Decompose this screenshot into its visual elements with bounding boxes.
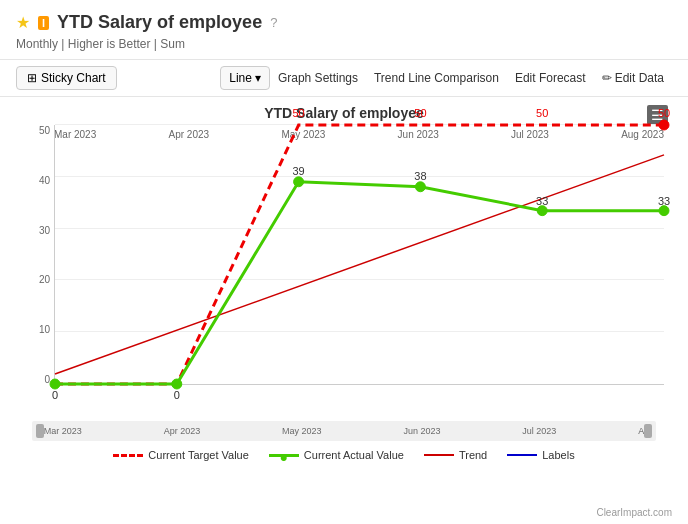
chart-container: YTD Salary of employee ☰ 0 10 20 30 40 5… [0, 97, 688, 465]
mini-label-3: Jun 2023 [403, 426, 440, 436]
y-label-0: 0 [24, 374, 54, 385]
label-actual-5: 33 [658, 195, 670, 207]
legend-label-trend: Trend [459, 449, 487, 461]
legend-label-labels: Labels [542, 449, 574, 461]
line-type-button[interactable]: Line ▾ [220, 66, 270, 90]
label-actual-0: 0 [52, 389, 58, 401]
y-axis: 0 10 20 30 40 50 [24, 125, 54, 385]
legend-item-labels: Labels [507, 449, 574, 461]
graph-settings-button[interactable]: Graph Settings [270, 67, 366, 89]
actual-point-4 [537, 206, 547, 216]
legend-icon-labels [507, 454, 537, 456]
mini-timeline[interactable]: Mar 2023 Apr 2023 May 2023 Jun 2023 Jul … [32, 421, 656, 441]
mini-label-2: May 2023 [282, 426, 322, 436]
mini-label-0: Mar 2023 [44, 426, 82, 436]
label-actual-2: 39 [292, 165, 304, 177]
sticky-chart-button[interactable]: ⊞ Sticky Chart [16, 66, 117, 90]
legend-item-actual: ● Current Actual Value [269, 449, 404, 461]
legend-item-trend: Trend [424, 449, 487, 461]
actual-point-3 [415, 182, 425, 192]
actual-point-0 [50, 379, 60, 389]
label-actual-4: 33 [536, 195, 548, 207]
label-target-5: 50 [658, 107, 670, 119]
plot-area: 0 0 39 38 33 33 50 50 50 50 [54, 125, 664, 385]
legend-icon-target [113, 454, 143, 457]
actual-point-1 [172, 379, 182, 389]
target-point-5 [659, 120, 669, 130]
actual-point-2 [294, 177, 304, 187]
legend-icon-trend [424, 454, 454, 456]
help-icon[interactable]: ? [270, 15, 277, 30]
timeline-handle-left[interactable] [36, 424, 44, 438]
legend-label-actual: Current Actual Value [304, 449, 404, 461]
mini-labels: Mar 2023 Apr 2023 May 2023 Jun 2023 Jul … [44, 426, 644, 436]
legend-label-target: Current Target Value [148, 449, 248, 461]
y-label-50: 50 [24, 125, 54, 136]
mini-label-4: Jul 2023 [522, 426, 556, 436]
brand-footer: ClearImpact.com [596, 507, 672, 518]
page-header: ★ I YTD Salary of employee ? [0, 0, 688, 37]
y-label-10: 10 [24, 324, 54, 335]
subtitle: Monthly | Higher is Better | Sum [0, 37, 688, 59]
trend-line-button[interactable]: Trend Line Comparison [366, 67, 507, 89]
chart-area: 0 10 20 30 40 50 [24, 125, 664, 415]
label-target-2: 50 [292, 107, 304, 119]
star-icon[interactable]: ★ [16, 13, 30, 32]
info-badge: I [38, 16, 49, 30]
chevron-down-icon: ▾ [255, 71, 261, 85]
pencil-icon: ✏ [602, 71, 612, 85]
trend-line [55, 155, 664, 374]
y-label-30: 30 [24, 225, 54, 236]
edit-forecast-button[interactable]: Edit Forecast [507, 67, 594, 89]
edit-data-button[interactable]: ✏ Edit Data [594, 67, 672, 89]
y-label-20: 20 [24, 274, 54, 285]
toolbar-right: Line ▾ Graph Settings Trend Line Compari… [220, 66, 672, 90]
legend: Current Target Value ● Current Actual Va… [16, 441, 672, 465]
chart-svg: 0 0 39 38 33 33 50 50 50 50 [55, 125, 664, 384]
actual-line [55, 182, 664, 384]
actual-point-5 [659, 206, 669, 216]
label-target-3: 50 [414, 107, 426, 119]
label-actual-3: 38 [414, 170, 426, 182]
target-line [55, 125, 664, 384]
chart-title: YTD Salary of employee [16, 105, 672, 121]
y-label-40: 40 [24, 175, 54, 186]
page-title: YTD Salary of employee [57, 12, 262, 33]
timeline-handle-right[interactable] [644, 424, 652, 438]
label-target-4: 50 [536, 107, 548, 119]
toolbar: ⊞ Sticky Chart Line ▾ Graph Settings Tre… [0, 59, 688, 97]
legend-icon-actual: ● [269, 454, 299, 457]
chart-icon: ⊞ [27, 71, 37, 85]
legend-item-target: Current Target Value [113, 449, 248, 461]
mini-label-1: Apr 2023 [164, 426, 201, 436]
label-actual-1: 0 [174, 389, 180, 401]
